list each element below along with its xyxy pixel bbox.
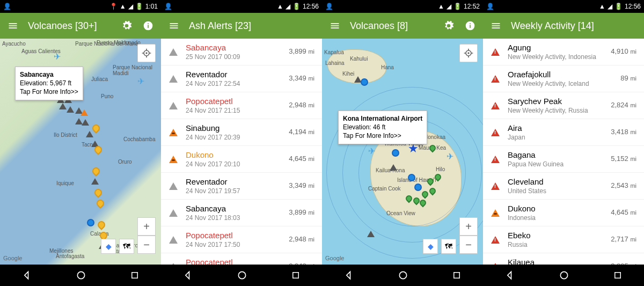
list[interactable]: Agung New Weekly Activity, Indonesia 4,9… (483, 39, 644, 265)
list-item[interactable]: Dukono Indonesia 4,645 mi (483, 200, 644, 226)
list-item[interactable]: Bagana Papua New Guinea 5,152 mi (483, 146, 644, 173)
zoom-out-button[interactable]: − (137, 236, 156, 254)
map-marker[interactable] (87, 219, 94, 226)
item-name: Popocatepetl (186, 231, 282, 240)
map[interactable]: AyacuchoAguas CalientesParque Nacional d… (0, 39, 161, 265)
info-icon[interactable] (142, 19, 155, 32)
maps-icon[interactable]: 🗺 (119, 239, 134, 254)
directions-icon[interactable]: ◆ (423, 239, 438, 254)
recent-button[interactable] (452, 270, 462, 280)
map-marker[interactable] (367, 231, 375, 237)
list-item[interactable]: Popocatepetl 24 Nov 2017 14:44 2,948 mi (161, 253, 322, 265)
map-marker[interactable] (91, 166, 101, 177)
home-button[interactable] (559, 270, 569, 281)
callout-title: Kona International Airport (343, 114, 422, 123)
map-marker[interactable] (96, 219, 107, 230)
menu-icon[interactable] (489, 19, 502, 32)
nav-bar (322, 265, 483, 286)
directions-icon[interactable]: ◆ (101, 239, 116, 254)
map-marker[interactable] (390, 164, 397, 171)
recent-button[interactable] (291, 270, 301, 280)
zoom-in-button[interactable]: + (459, 217, 478, 236)
svg-point-7 (238, 272, 245, 278)
map-marker[interactable] (82, 119, 89, 126)
status-bar: 👤 ▲◢🔋12:56 (161, 0, 322, 13)
home-button[interactable] (398, 270, 408, 281)
list-item[interactable]: Ebeko Russia 2,717 mi (483, 226, 644, 253)
list-item[interactable]: Popocatepetl 24 Nov 2017 21:15 2,948 mi (161, 92, 322, 119)
map-marker[interactable] (59, 103, 67, 109)
volcano-icon (489, 48, 501, 56)
list-item[interactable]: Popocatepetl 24 Nov 2017 17:50 2,948 mi (161, 226, 322, 253)
list-item[interactable]: Oraefajokull New Weekly Activity, Icelan… (483, 65, 644, 92)
svg-rect-8 (292, 273, 298, 278)
map-marker[interactable] (67, 106, 74, 113)
locate-button[interactable] (459, 44, 478, 62)
map-marker[interactable] (361, 78, 368, 86)
item-sub: Papua New Guinea (508, 160, 604, 168)
list[interactable]: Sabancaya 25 Nov 2017 00:09 3,899 mi Rev… (161, 39, 322, 265)
back-button[interactable] (182, 270, 193, 281)
map-callout[interactable]: Sabancaya Elevation: 5,967 ft Tap For Mo… (15, 67, 83, 100)
home-button[interactable] (76, 270, 86, 281)
back-button[interactable] (343, 270, 354, 281)
recent-button[interactable] (613, 270, 623, 280)
recent-button[interactable] (130, 270, 140, 280)
content-area: KapaluaLahainaKahuluiKiheiHanaWaikoloa V… (322, 39, 483, 265)
content-area: Agung New Weekly Activity, Indonesia 4,9… (483, 39, 644, 265)
info-icon[interactable] (464, 19, 477, 32)
locate-button[interactable] (137, 44, 156, 62)
maps-icon[interactable]: 🗺 (441, 239, 456, 254)
plane-icon[interactable]: ✈ (447, 151, 455, 160)
status-bar: 👤 ▲◢🔋12:56 (483, 0, 644, 13)
map[interactable]: KapaluaLahainaKahuluiKiheiHanaWaikoloa V… (322, 39, 483, 265)
list-item[interactable]: Sabancaya 24 Nov 2017 18:03 3,899 mi (161, 200, 322, 226)
map-marker[interactable] (93, 187, 104, 198)
svg-rect-10 (470, 25, 471, 28)
menu-icon[interactable] (328, 19, 341, 32)
list-item[interactable]: Reventador 24 Nov 2017 22:54 3,349 mi (161, 65, 322, 92)
list-item[interactable]: Agung New Weekly Activity, Indonesia 4,9… (483, 39, 644, 65)
svg-rect-17 (614, 273, 620, 278)
map-marker[interactable] (86, 131, 93, 137)
menu-icon[interactable] (6, 19, 19, 32)
map-marker[interactable] (414, 184, 422, 191)
plane-icon[interactable]: ✈ (137, 76, 146, 85)
list-item[interactable]: Reventador 24 Nov 2017 19:57 3,349 mi (161, 173, 322, 200)
item-name: Agung (508, 43, 604, 52)
list-item[interactable]: Sabancaya 25 Nov 2017 00:09 3,899 mi (161, 39, 322, 65)
back-button[interactable] (21, 270, 32, 281)
list-item[interactable]: Cleveland United States 2,543 mi (483, 173, 644, 200)
plane-icon[interactable]: ✈ (368, 146, 377, 155)
map-marker[interactable] (392, 149, 399, 157)
list-item[interactable]: Kilauea United States 3,805 mi (483, 253, 644, 265)
item-distance: 2,717 mi (611, 236, 636, 244)
map-marker[interactable] (91, 178, 99, 185)
list-item[interactable]: Dukono 24 Nov 2017 20:10 4,645 mi (161, 146, 322, 173)
list-item[interactable]: Aira Japan 3,418 mi (483, 119, 644, 146)
app-bar: Volcanoes [8] (322, 13, 483, 39)
back-button[interactable] (504, 270, 515, 281)
svg-rect-6 (131, 273, 137, 278)
gear-icon[interactable] (442, 19, 455, 32)
item-distance: 2,948 mi (289, 101, 314, 109)
map-marker[interactable] (80, 109, 88, 116)
home-button[interactable] (237, 270, 247, 281)
status-left: 👤 (3, 3, 11, 10)
map-callout[interactable]: Kona International Airport Elevation: 46… (338, 111, 427, 144)
zoom-in-button[interactable]: + (137, 217, 156, 236)
list-item[interactable]: Sarychev Peak New Weekly Activity, Russi… (483, 92, 644, 119)
item-sub: 24 Nov 2017 20:39 (186, 134, 282, 141)
map-marker[interactable] (95, 198, 106, 209)
map-marker[interactable] (408, 174, 415, 181)
plane-icon[interactable]: ✈ (54, 52, 62, 60)
gear-icon[interactable] (120, 19, 133, 32)
item-distance: 3,418 mi (611, 128, 636, 136)
zoom-out-button[interactable]: − (459, 236, 478, 254)
menu-icon[interactable] (167, 19, 180, 32)
list-item[interactable]: Sinabung 24 Nov 2017 20:39 4,194 mi (161, 119, 322, 146)
volcano-icon (167, 263, 179, 265)
item-distance: 2,824 mi (611, 101, 636, 109)
map-label: Juliaca (91, 76, 108, 82)
map-label: Oruro (118, 159, 132, 165)
